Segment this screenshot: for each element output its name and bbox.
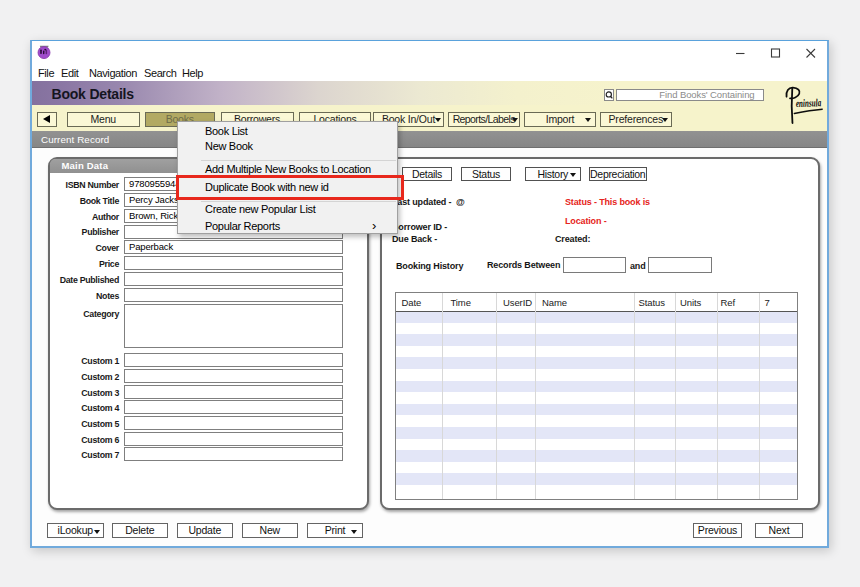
svg-text:eninsula: eninsula (796, 96, 822, 109)
